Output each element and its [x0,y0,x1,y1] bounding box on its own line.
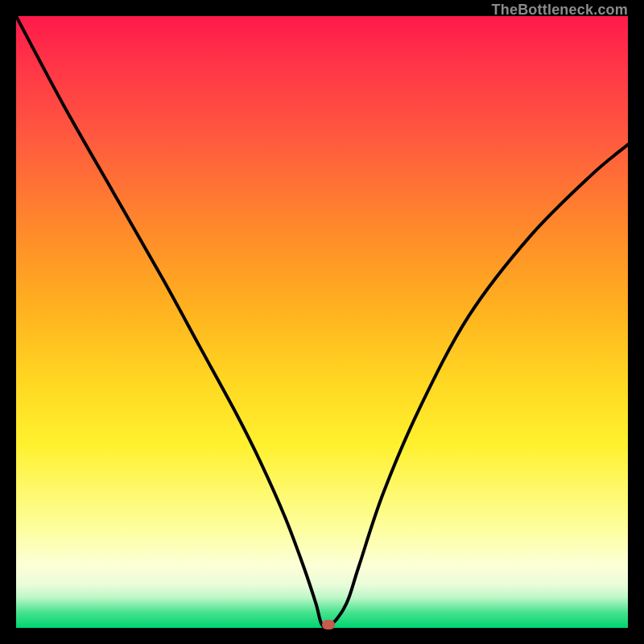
optimum-marker [322,620,335,630]
curve-svg [16,16,628,628]
bottleneck-curve [16,16,628,628]
chart-frame: TheBottleneck.com [0,0,644,644]
plot-area [16,16,628,628]
